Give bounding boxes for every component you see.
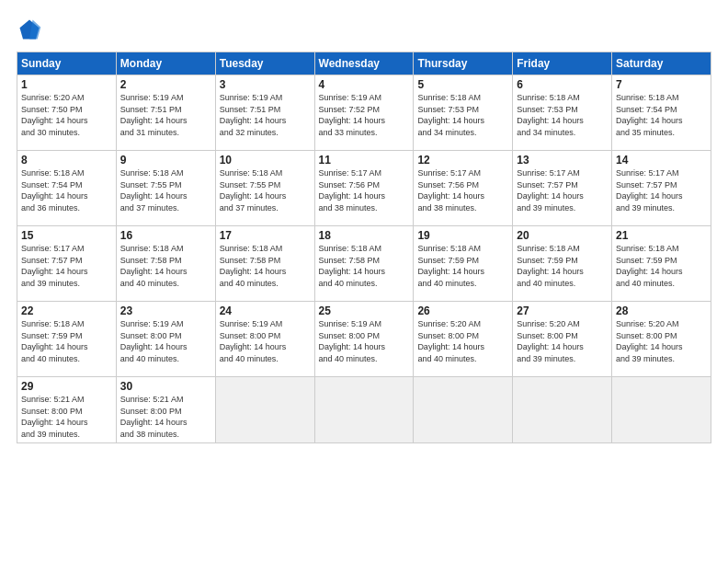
day-info: Sunrise: 5:19 AM Sunset: 8:00 PM Dayligh… <box>120 318 211 364</box>
day-info: Sunrise: 5:18 AM Sunset: 7:59 PM Dayligh… <box>417 243 508 289</box>
day-number: 26 <box>417 304 508 317</box>
calendar-cell: 9Sunrise: 5:18 AM Sunset: 7:55 PM Daylig… <box>116 151 215 226</box>
calendar-cell <box>612 377 711 443</box>
calendar-cell: 21Sunrise: 5:18 AM Sunset: 7:59 PM Dayli… <box>612 226 711 302</box>
weekday-header: Wednesday <box>314 52 414 75</box>
calendar-cell: 6Sunrise: 5:18 AM Sunset: 7:53 PM Daylig… <box>513 75 612 151</box>
logo <box>17 17 44 42</box>
day-number: 30 <box>120 380 211 393</box>
calendar-week-row: 8Sunrise: 5:18 AM Sunset: 7:54 PM Daylig… <box>17 151 711 226</box>
day-number: 23 <box>120 304 211 317</box>
day-number: 3 <box>220 78 311 91</box>
logo-icon <box>17 17 42 42</box>
calendar-cell: 29Sunrise: 5:21 AM Sunset: 8:00 PM Dayli… <box>17 377 117 443</box>
day-info: Sunrise: 5:17 AM Sunset: 7:56 PM Dayligh… <box>319 167 410 213</box>
day-info: Sunrise: 5:18 AM Sunset: 7:59 PM Dayligh… <box>616 243 707 289</box>
day-info: Sunrise: 5:19 AM Sunset: 8:00 PM Dayligh… <box>319 318 410 364</box>
day-number: 17 <box>220 229 311 242</box>
day-info: Sunrise: 5:18 AM Sunset: 7:58 PM Dayligh… <box>319 243 410 289</box>
day-info: Sunrise: 5:21 AM Sunset: 8:00 PM Dayligh… <box>21 394 112 440</box>
calendar-cell: 12Sunrise: 5:17 AM Sunset: 7:56 PM Dayli… <box>414 151 513 226</box>
page: SundayMondayTuesdayWednesdayThursdayFrid… <box>0 0 728 563</box>
day-number: 7 <box>616 78 707 91</box>
day-number: 20 <box>517 229 608 242</box>
calendar-cell: 15Sunrise: 5:17 AM Sunset: 7:57 PM Dayli… <box>17 226 117 302</box>
day-number: 11 <box>319 154 410 167</box>
day-info: Sunrise: 5:19 AM Sunset: 8:00 PM Dayligh… <box>220 318 311 364</box>
day-info: Sunrise: 5:20 AM Sunset: 8:00 PM Dayligh… <box>417 318 508 364</box>
header <box>17 17 711 42</box>
day-info: Sunrise: 5:18 AM Sunset: 7:53 PM Dayligh… <box>417 92 508 138</box>
weekday-header: Thursday <box>414 52 513 75</box>
calendar-cell: 24Sunrise: 5:19 AM Sunset: 8:00 PM Dayli… <box>215 302 314 377</box>
day-info: Sunrise: 5:20 AM Sunset: 8:00 PM Dayligh… <box>616 318 707 364</box>
day-info: Sunrise: 5:21 AM Sunset: 8:00 PM Dayligh… <box>120 394 211 440</box>
day-number: 4 <box>319 78 410 91</box>
calendar-cell: 14Sunrise: 5:17 AM Sunset: 7:57 PM Dayli… <box>612 151 711 226</box>
day-info: Sunrise: 5:20 AM Sunset: 8:00 PM Dayligh… <box>517 318 608 364</box>
day-number: 19 <box>417 229 508 242</box>
day-info: Sunrise: 5:18 AM Sunset: 7:55 PM Dayligh… <box>120 167 211 213</box>
day-info: Sunrise: 5:18 AM Sunset: 7:54 PM Dayligh… <box>21 167 112 213</box>
day-number: 14 <box>616 154 707 167</box>
day-info: Sunrise: 5:18 AM Sunset: 7:59 PM Dayligh… <box>21 318 112 364</box>
day-number: 24 <box>220 304 311 317</box>
day-number: 21 <box>616 229 707 242</box>
day-info: Sunrise: 5:18 AM Sunset: 7:55 PM Dayligh… <box>220 167 311 213</box>
weekday-header: Tuesday <box>215 52 314 75</box>
day-number: 6 <box>517 78 608 91</box>
calendar-cell <box>414 377 513 443</box>
calendar-cell: 30Sunrise: 5:21 AM Sunset: 8:00 PM Dayli… <box>116 377 215 443</box>
day-info: Sunrise: 5:17 AM Sunset: 7:56 PM Dayligh… <box>417 167 508 213</box>
calendar-cell <box>215 377 314 443</box>
day-number: 8 <box>21 154 112 167</box>
day-number: 28 <box>616 304 707 317</box>
day-number: 18 <box>319 229 410 242</box>
day-number: 1 <box>21 78 112 91</box>
day-number: 22 <box>21 304 112 317</box>
day-number: 10 <box>220 154 311 167</box>
day-info: Sunrise: 5:18 AM Sunset: 7:59 PM Dayligh… <box>517 243 608 289</box>
day-number: 12 <box>417 154 508 167</box>
calendar-cell <box>513 377 612 443</box>
calendar-cell: 10Sunrise: 5:18 AM Sunset: 7:55 PM Dayli… <box>215 151 314 226</box>
weekday-header: Sunday <box>17 52 117 75</box>
calendar-cell: 28Sunrise: 5:20 AM Sunset: 8:00 PM Dayli… <box>612 302 711 377</box>
calendar-cell: 17Sunrise: 5:18 AM Sunset: 7:58 PM Dayli… <box>215 226 314 302</box>
calendar-cell <box>314 377 414 443</box>
calendar-cell: 2Sunrise: 5:19 AM Sunset: 7:51 PM Daylig… <box>116 75 215 151</box>
day-number: 13 <box>517 154 608 167</box>
day-info: Sunrise: 5:19 AM Sunset: 7:51 PM Dayligh… <box>220 92 311 138</box>
calendar-cell: 1Sunrise: 5:20 AM Sunset: 7:50 PM Daylig… <box>17 75 117 151</box>
weekday-header: Friday <box>513 52 612 75</box>
calendar-week-row: 22Sunrise: 5:18 AM Sunset: 7:59 PM Dayli… <box>17 302 711 377</box>
calendar-cell: 7Sunrise: 5:18 AM Sunset: 7:54 PM Daylig… <box>612 75 711 151</box>
calendar-cell: 13Sunrise: 5:17 AM Sunset: 7:57 PM Dayli… <box>513 151 612 226</box>
weekday-header: Saturday <box>612 52 711 75</box>
calendar: SundayMondayTuesdayWednesdayThursdayFrid… <box>17 52 711 443</box>
day-number: 27 <box>517 304 608 317</box>
day-info: Sunrise: 5:19 AM Sunset: 7:51 PM Dayligh… <box>120 92 211 138</box>
calendar-cell: 16Sunrise: 5:18 AM Sunset: 7:58 PM Dayli… <box>116 226 215 302</box>
weekday-header: Monday <box>116 52 215 75</box>
day-info: Sunrise: 5:18 AM Sunset: 7:58 PM Dayligh… <box>220 243 311 289</box>
calendar-cell: 4Sunrise: 5:19 AM Sunset: 7:52 PM Daylig… <box>314 75 414 151</box>
day-info: Sunrise: 5:17 AM Sunset: 7:57 PM Dayligh… <box>616 167 707 213</box>
day-number: 25 <box>319 304 410 317</box>
day-number: 15 <box>21 229 112 242</box>
calendar-week-row: 15Sunrise: 5:17 AM Sunset: 7:57 PM Dayli… <box>17 226 711 302</box>
day-info: Sunrise: 5:18 AM Sunset: 7:54 PM Dayligh… <box>616 92 707 138</box>
day-number: 9 <box>120 154 211 167</box>
day-info: Sunrise: 5:20 AM Sunset: 7:50 PM Dayligh… <box>21 92 112 138</box>
calendar-cell: 23Sunrise: 5:19 AM Sunset: 8:00 PM Dayli… <box>116 302 215 377</box>
day-number: 16 <box>120 229 211 242</box>
calendar-cell: 11Sunrise: 5:17 AM Sunset: 7:56 PM Dayli… <box>314 151 414 226</box>
calendar-cell: 8Sunrise: 5:18 AM Sunset: 7:54 PM Daylig… <box>17 151 117 226</box>
calendar-header-row: SundayMondayTuesdayWednesdayThursdayFrid… <box>17 52 711 75</box>
calendar-cell: 5Sunrise: 5:18 AM Sunset: 7:53 PM Daylig… <box>414 75 513 151</box>
calendar-cell: 3Sunrise: 5:19 AM Sunset: 7:51 PM Daylig… <box>215 75 314 151</box>
calendar-cell: 27Sunrise: 5:20 AM Sunset: 8:00 PM Dayli… <box>513 302 612 377</box>
calendar-cell: 18Sunrise: 5:18 AM Sunset: 7:58 PM Dayli… <box>314 226 414 302</box>
calendar-week-row: 1Sunrise: 5:20 AM Sunset: 7:50 PM Daylig… <box>17 75 711 151</box>
day-number: 2 <box>120 78 211 91</box>
